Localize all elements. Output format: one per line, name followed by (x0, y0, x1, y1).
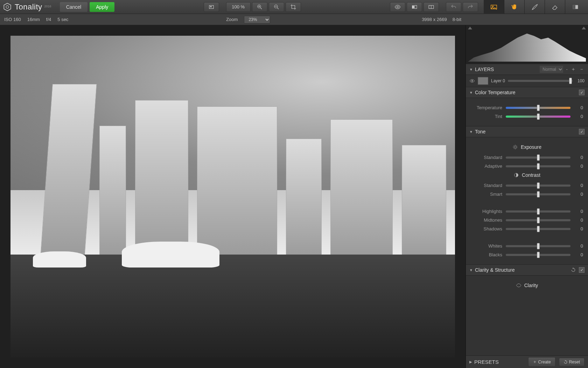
crop-tool-button[interactable] (286, 2, 301, 12)
shadows-slider[interactable] (506, 228, 570, 230)
tone-panel-header[interactable]: ▼ Tone ✓ (466, 126, 588, 137)
highlights-value[interactable]: 0 (574, 209, 583, 214)
caret-right-icon[interactable]: ▶ (469, 360, 472, 364)
svg-point-1 (6, 6, 9, 8)
clarity-icon (516, 283, 522, 288)
color-temp-panel-header[interactable]: ▼ Color Temperature ✓ (466, 87, 588, 98)
preset-create-button[interactable]: ＋Create (528, 357, 555, 367)
whites-value[interactable]: 0 (574, 243, 583, 249)
add-layer-button[interactable]: ＋ (570, 67, 576, 72)
presets-title[interactable]: PRESETS (474, 359, 499, 365)
color-temp-enable-checkbox[interactable]: ✓ (579, 90, 584, 95)
layer-visibility-icon[interactable] (469, 78, 475, 84)
zoom-out-button[interactable] (269, 2, 284, 12)
whites-slider[interactable] (506, 245, 570, 247)
layer-thumbnail (478, 77, 488, 85)
info-dimensions: 3998 x 2669 (422, 17, 447, 22)
layers-panel-header[interactable]: ▼ LAYERS Normal - ＋ － (466, 64, 588, 75)
sidebar: ▼ LAYERS Normal - ＋ － Layer 0 100 ▼ Colo… (465, 25, 588, 368)
con-smart-label: Smart (471, 192, 502, 197)
whites-label: Whites (471, 243, 502, 249)
zoom-label: Zoom (226, 17, 238, 22)
compare-side-button[interactable] (424, 2, 439, 12)
redo-button[interactable] (463, 2, 478, 12)
tint-value[interactable]: 0 (574, 114, 583, 119)
cancel-button[interactable]: Cancel (60, 2, 88, 12)
blacks-slider[interactable] (506, 254, 570, 256)
exposure-heading: Exposure (471, 144, 583, 150)
preview-toggle-button[interactable] (390, 2, 405, 12)
mode-brush-tab[interactable] (524, 0, 545, 14)
zoom-select[interactable]: 23% (244, 16, 270, 23)
color-temp-panel-body: Temperature 0 Tint 0 (466, 98, 588, 126)
blend-opacity-dash: - (566, 67, 568, 72)
remove-layer-button[interactable]: － (579, 67, 584, 72)
caret-down-icon: ▼ (469, 268, 473, 272)
temperature-value[interactable]: 0 (574, 105, 583, 110)
histogram-plot (468, 27, 586, 62)
midtones-label: Midtones (471, 217, 502, 223)
temperature-label: Temperature (471, 105, 502, 110)
clarity-reset-icon[interactable] (570, 267, 576, 273)
highlights-slider[interactable] (506, 210, 570, 213)
app-year: 2016 (44, 5, 51, 8)
undo-button[interactable] (446, 2, 461, 12)
info-focal: 16mm (27, 17, 40, 22)
layer-name[interactable]: Layer 0 (491, 78, 505, 83)
view-tools-group (204, 2, 219, 12)
clarity-enable-checkbox[interactable]: ✓ (579, 267, 584, 273)
fit-screen-button[interactable] (204, 2, 219, 12)
svg-point-17 (492, 6, 493, 7)
canvas-image (10, 36, 455, 357)
tone-panel-body: Exposure Standard 0 Adaptive 0 Contrast … (466, 137, 588, 264)
layer-opacity-value: 100 (575, 78, 584, 83)
midtones-slider[interactable] (506, 219, 570, 221)
blacks-value[interactable]: 0 (574, 252, 583, 257)
preset-reset-button[interactable]: Reset (559, 358, 584, 366)
con-standard-value[interactable]: 0 (574, 183, 583, 188)
con-standard-slider[interactable] (506, 185, 570, 187)
con-smart-value[interactable]: 0 (574, 192, 583, 197)
apply-button[interactable]: Apply (90, 2, 114, 12)
midtones-value[interactable]: 0 (574, 217, 583, 223)
reset-icon (564, 360, 568, 364)
mode-eraser-tab[interactable] (545, 0, 565, 14)
plus-icon: ＋ (533, 359, 537, 365)
info-shutter: 5 sec (57, 17, 68, 22)
tone-title: Tone (475, 129, 485, 134)
histogram-shadow-clip-icon[interactable] (468, 27, 472, 29)
svg-point-21 (514, 146, 517, 148)
clarity-heading: Clarity (471, 283, 583, 288)
tint-slider[interactable] (506, 116, 570, 118)
zoom-100-button[interactable]: 100 % (226, 2, 251, 12)
temperature-slider[interactable] (506, 107, 570, 109)
mode-gradient-tab[interactable] (565, 0, 585, 14)
exp-standard-slider[interactable] (506, 157, 570, 159)
info-aperture: f/4 (46, 17, 51, 22)
exp-standard-value[interactable]: 0 (574, 155, 583, 160)
compare-split-button[interactable] (407, 2, 422, 12)
exp-adaptive-slider[interactable] (506, 165, 570, 167)
histogram-highlight-clip-icon[interactable] (582, 27, 586, 29)
layer-opacity-slider[interactable] (508, 80, 573, 82)
svg-rect-19 (573, 5, 575, 9)
tint-label: Tint (471, 114, 502, 119)
exp-adaptive-label: Adaptive (471, 164, 502, 169)
tone-enable-checkbox[interactable]: ✓ (579, 129, 584, 134)
app-logo-icon (3, 2, 12, 12)
zoom-in-button[interactable] (252, 2, 267, 12)
blend-mode-select[interactable]: Normal (540, 66, 563, 73)
con-smart-slider[interactable] (506, 193, 570, 195)
mode-adjust-tab[interactable] (484, 0, 504, 14)
histogram[interactable] (466, 25, 588, 64)
layer-row[interactable]: Layer 0 100 (466, 75, 588, 87)
exp-adaptive-value[interactable]: 0 (574, 164, 583, 169)
zoom-tools-group: 100 % (226, 2, 301, 12)
svg-point-20 (471, 80, 472, 81)
shadows-value[interactable]: 0 (574, 226, 583, 231)
clarity-panel-header[interactable]: ▼ Clarity & Structure ✓ (466, 264, 588, 276)
mode-hand-tab[interactable] (504, 0, 524, 14)
canvas-area[interactable] (0, 25, 465, 368)
shadows-label: Shadows (471, 226, 502, 231)
history-tools-group (446, 2, 478, 12)
